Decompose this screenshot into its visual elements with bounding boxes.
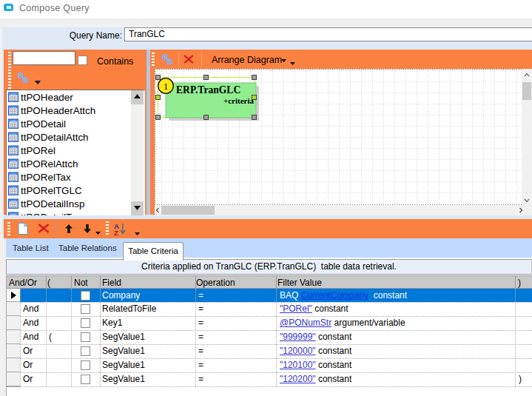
svg-text:+criteria: +criteria: [223, 96, 255, 105]
svg-text:ERP.TranGLC: ERP.TranGLC: [176, 84, 240, 95]
svg-text:1: 1: [164, 81, 168, 92]
svg-text:Z: Z: [114, 229, 118, 236]
